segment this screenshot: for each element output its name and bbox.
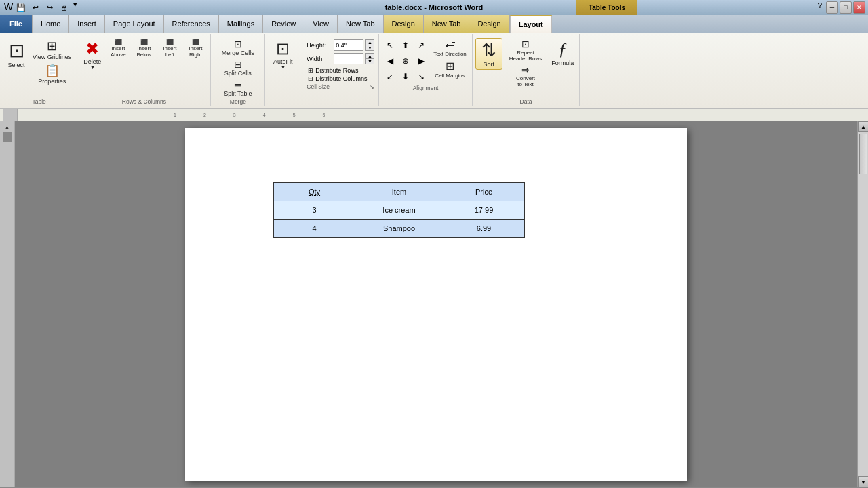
view-gridlines-button[interactable]: ⊞ View Gridlines: [30, 38, 74, 61]
cell-margins-icon: ⊞: [446, 60, 454, 73]
left-margin-bar: ▲: [0, 121, 15, 487]
table-row: 4 Shampoo 6.99: [274, 220, 525, 238]
tab-page-layout[interactable]: Page Layout: [105, 15, 164, 33]
split-table-button[interactable]: ═ Split Table: [214, 79, 262, 98]
rows-cols-group-label: Rows & Columns: [80, 98, 208, 105]
qa-redo[interactable]: ↪: [43, 1, 56, 14]
sidebar-arrow-up[interactable]: ▲: [4, 124, 10, 131]
insert-above-icon: ⬛: [115, 39, 122, 45]
height-spinner[interactable]: ▲ ▼: [365, 39, 374, 51]
minimize-btn[interactable]: ─: [826, 1, 838, 14]
insert-right-button[interactable]: ⬛ InsertRight: [183, 38, 208, 58]
align-center-button[interactable]: ⊕: [397, 54, 414, 68]
merge-cells-button[interactable]: ⊡ Merge Cells: [214, 38, 262, 57]
align-bottom-left-button[interactable]: ↙: [382, 69, 398, 84]
header-item: Item: [355, 183, 443, 201]
help-btn[interactable]: ?: [815, 1, 825, 14]
align-top-center-button[interactable]: ⬆: [397, 38, 414, 53]
select-icon: ⊡: [9, 39, 24, 62]
tab-review[interactable]: Review: [263, 15, 304, 33]
table-row: 3 Ice cream 17.99: [274, 201, 525, 220]
qa-save[interactable]: 💾: [15, 1, 27, 14]
tab-layout[interactable]: Layout: [510, 15, 552, 33]
sort-icon: ⇅: [481, 40, 496, 61]
properties-icon: 📋: [45, 63, 60, 78]
cell-qty-1[interactable]: 3: [274, 201, 355, 220]
insert-below-button[interactable]: ⬛ InsertBelow: [132, 38, 156, 58]
qa-undo[interactable]: ↩: [29, 1, 41, 14]
repeat-header-icon: ⊡: [521, 39, 530, 49]
delete-button[interactable]: ✖ Delete ▼: [80, 38, 104, 71]
align-bottom-center-button[interactable]: ⬇: [397, 69, 414, 84]
cell-qty-2[interactable]: 4: [274, 220, 355, 238]
repeat-header-button[interactable]: ⊡ RepeatHeader Rows: [507, 38, 545, 62]
maximize-btn[interactable]: □: [840, 1, 852, 14]
tab-home[interactable]: Home: [33, 15, 69, 33]
document-table: Qty Item Price: [273, 182, 525, 238]
qa-print[interactable]: 🖨: [58, 1, 70, 14]
header-qty: Qty: [274, 183, 355, 201]
distribute-cols-button[interactable]: ⊟ Distribute Columns: [307, 75, 374, 83]
align-top-left-button[interactable]: ↖: [382, 38, 398, 53]
cell-price-1[interactable]: 17.99: [443, 201, 525, 220]
tab-file[interactable]: File: [0, 15, 33, 33]
width-spinner[interactable]: ▲ ▼: [365, 53, 374, 64]
cell-margins-button[interactable]: ⊞ Cell Margins: [431, 59, 469, 79]
tab-new-tab-3[interactable]: New Tab: [424, 15, 470, 33]
group-merge: ⊡ Merge Cells ⊟ Split Cells ═ Split Tabl…: [211, 34, 265, 106]
page-area: Qty Item Price: [15, 121, 857, 487]
formula-button[interactable]: ƒ Formula: [549, 38, 576, 68]
merge-cells-icon: ⊡: [234, 39, 242, 49]
table-header-row: Qty Item Price: [274, 183, 525, 201]
distribute-rows-button[interactable]: ⊞ Distribute Rows: [307, 66, 374, 75]
scroll-down-button[interactable]: ▼: [858, 476, 868, 487]
group-autofit: ⊡ AutoFit ▼: [265, 34, 302, 106]
delete-icon: ✖: [85, 39, 99, 58]
autofit-button[interactable]: ⊡ AutoFit ▼: [269, 38, 296, 71]
split-table-icon: ═: [235, 79, 241, 90]
insert-left-button[interactable]: ⬛ InsertLeft: [157, 38, 182, 58]
align-center-right-button[interactable]: ▶: [413, 54, 429, 68]
insert-right-icon: ⬛: [192, 39, 199, 45]
cell-size-expand-icon[interactable]: ↘: [370, 84, 374, 90]
cell-item-2[interactable]: Shampoo: [355, 220, 443, 238]
formula-icon: ƒ: [558, 39, 567, 60]
scroll-up-button[interactable]: ▲: [858, 121, 868, 132]
window-title: table.docx - Microsoft Word: [385, 3, 484, 12]
align-bottom-right-button[interactable]: ↘: [413, 69, 429, 84]
cell-item-1[interactable]: Ice cream: [355, 201, 443, 220]
align-top-right-button[interactable]: ↗: [413, 38, 429, 53]
tab-mailings[interactable]: Mailings: [219, 15, 263, 33]
height-input[interactable]: [334, 39, 363, 51]
gridlines-icon: ⊞: [47, 39, 57, 54]
align-center-left-button[interactable]: ◀: [382, 54, 398, 68]
ruler: 123456: [0, 109, 868, 121]
merge-group-label: Merge: [214, 98, 262, 105]
data-group-label: Data: [475, 98, 576, 105]
header-price: Price: [443, 183, 525, 201]
select-button[interactable]: ⊡ Select: [4, 38, 28, 70]
text-direction-button[interactable]: ⮐ Text Direction: [431, 38, 469, 58]
insert-above-button[interactable]: ⬛ InsertAbove: [106, 38, 130, 58]
scroll-thumb[interactable]: [859, 134, 867, 174]
tab-insert[interactable]: Insert: [69, 15, 105, 33]
tab-new-tab-2[interactable]: Design: [384, 15, 424, 33]
group-rows-cols: ✖ Delete ▼ ⬛ InsertAbove ⬛ InsertBelow ⬛: [77, 34, 211, 106]
tab-view[interactable]: View: [304, 15, 338, 33]
close-btn[interactable]: ✕: [853, 1, 865, 14]
tab-references[interactable]: References: [164, 15, 219, 33]
qa-more[interactable]: ▼: [72, 1, 78, 14]
cell-price-2[interactable]: 6.99: [443, 220, 525, 238]
sort-button[interactable]: ⇅ Sort: [475, 38, 502, 70]
table-tools-label: Table Tools: [576, 0, 637, 15]
properties-button[interactable]: 📋 Properties: [30, 62, 74, 85]
tab-new-tab-1[interactable]: New Tab: [338, 15, 384, 33]
text-direction-icon: ⮐: [445, 39, 456, 51]
split-cells-button[interactable]: ⊟ Split Cells: [214, 58, 262, 77]
convert-to-text-button[interactable]: ⇒ Convertto Text: [507, 64, 545, 88]
group-table: ⊡ Select ⊞ View Gridlines 📋 Properties T…: [1, 34, 77, 106]
tab-design[interactable]: Design: [469, 15, 509, 33]
group-alignment: ↖ ⬆ ↗ ◀ ⊕ ▶ ↙ ⬇ ↘ ⮐ Text Direction ⊞ Cel…: [379, 34, 472, 106]
width-input[interactable]: [334, 53, 363, 64]
group-data: ⇅ Sort ⊡ RepeatHeader Rows ⇒ Convertto T…: [473, 34, 580, 106]
